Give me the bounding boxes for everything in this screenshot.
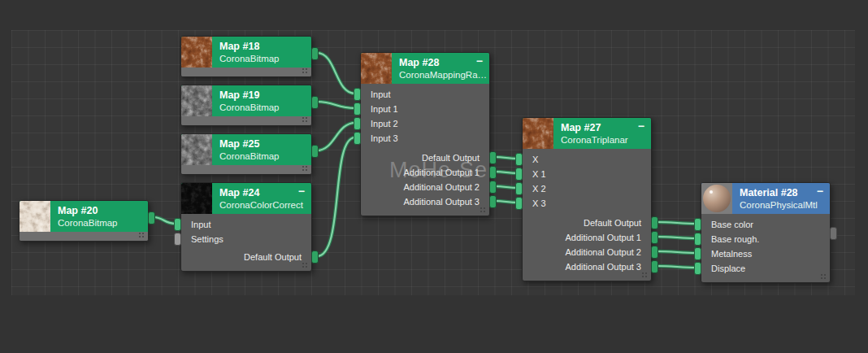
input-port[interactable] xyxy=(515,168,523,181)
output-port[interactable] xyxy=(148,211,155,224)
node-footer xyxy=(181,116,311,125)
input-slot-label: Input xyxy=(181,217,311,232)
resize-grip[interactable] xyxy=(480,207,486,213)
input-slot-label: Input 3 xyxy=(361,131,489,146)
input-slot-label: Input 1 xyxy=(361,102,489,116)
node-map18[interactable]: Map #18 CoronaBitmap xyxy=(180,36,312,77)
material-output-port[interactable] xyxy=(830,227,837,240)
collapse-button[interactable]: − xyxy=(476,54,483,68)
input-port[interactable] xyxy=(174,218,181,231)
output-slot-label: Additional Output 1 xyxy=(361,165,489,180)
resize-grip[interactable] xyxy=(642,272,648,278)
node-title: Map #18 xyxy=(219,41,280,53)
output-port[interactable] xyxy=(651,216,658,229)
node-map27[interactable]: Map #27 CoronaTriplanar − X X 1 X 2 X 3 … xyxy=(522,117,652,281)
input-port[interactable] xyxy=(354,117,361,130)
material-sphere-thumbnail xyxy=(701,183,732,214)
output-port[interactable] xyxy=(651,260,658,273)
node-material28[interactable]: Material #28 CoronaPhysicalMtl − Base co… xyxy=(701,182,831,283)
node-title: Material #28 xyxy=(740,187,818,199)
input-slot-label: Base color xyxy=(701,217,830,232)
node-title: Map #27 xyxy=(561,122,628,134)
collapse-button[interactable]: − xyxy=(638,120,644,133)
output-port[interactable] xyxy=(489,151,497,164)
resize-grip[interactable] xyxy=(139,233,145,238)
input-port[interactable] xyxy=(515,153,523,166)
texture-thumbnail xyxy=(181,183,212,214)
input-port-unconnected[interactable] xyxy=(174,233,181,246)
output-slot-label: Default Output xyxy=(361,150,489,165)
node-header[interactable]: Map #18 CoronaBitmap xyxy=(181,37,311,68)
output-slot-label: Default Output xyxy=(523,216,651,230)
node-header[interactable]: Material #28 CoronaPhysicalMtl − xyxy=(701,183,830,214)
texture-thumbnail xyxy=(181,85,212,116)
node-subtitle: CoronaColorCorrect xyxy=(219,199,303,211)
node-header[interactable]: Map #24 CoronaColorCorrect − xyxy=(181,183,311,214)
node-header[interactable]: Map #28 CoronaMappingRa… − xyxy=(361,53,489,84)
output-port[interactable] xyxy=(311,96,319,109)
output-slot-label: Additional Output 3 xyxy=(361,194,489,209)
output-port[interactable] xyxy=(651,246,658,259)
output-port[interactable] xyxy=(651,231,658,244)
output-slot-label: Default Output xyxy=(181,250,311,264)
node-header[interactable]: Map #20 CoronaBitmap xyxy=(20,201,148,232)
output-slot-label: Additional Output 2 xyxy=(361,180,489,194)
node-title: Map #20 xyxy=(58,205,118,217)
resize-grip[interactable] xyxy=(302,166,308,172)
node-graph-canvas[interactable]: Map #18 CoronaBitmap Map #19 CoronaBitma… xyxy=(0,0,868,353)
resize-grip[interactable] xyxy=(302,263,308,268)
node-footer xyxy=(20,232,148,241)
node-map20[interactable]: Map #20 CoronaBitmap xyxy=(19,200,149,242)
input-slot-label: Base rough. xyxy=(701,232,830,246)
input-port[interactable] xyxy=(694,218,701,231)
collapse-button[interactable]: − xyxy=(298,185,305,198)
node-footer xyxy=(181,165,311,174)
node-map19[interactable]: Map #19 CoronaBitmap xyxy=(180,85,312,126)
output-slot-label: Additional Output 3 xyxy=(523,259,651,274)
node-title: Map #25 xyxy=(219,138,280,150)
node-header[interactable]: Map #27 CoronaTriplanar − xyxy=(523,118,651,149)
node-subtitle: CoronaBitmap xyxy=(219,150,280,162)
resize-grip[interactable] xyxy=(821,274,827,280)
node-map28[interactable]: Map #28 CoronaMappingRa… − Input Input 1… xyxy=(360,52,490,216)
texture-thumbnail xyxy=(181,134,212,165)
input-slot-label: X 1 xyxy=(523,167,651,181)
node-subtitle: CoronaBitmap xyxy=(58,217,118,229)
node-subtitle: CoronaPhysicalMtl xyxy=(740,199,818,211)
input-slot-label: X 3 xyxy=(523,196,651,211)
input-slot-label: Input 2 xyxy=(361,116,489,131)
node-map25[interactable]: Map #25 CoronaBitmap xyxy=(180,133,312,175)
texture-thumbnail xyxy=(523,118,553,149)
input-port[interactable] xyxy=(515,182,523,195)
node-header[interactable]: Map #25 CoronaBitmap xyxy=(181,134,311,165)
input-port[interactable] xyxy=(694,233,701,246)
output-port[interactable] xyxy=(489,181,497,194)
input-port[interactable] xyxy=(694,247,701,260)
output-slot-label: Additional Output 1 xyxy=(523,230,651,245)
output-port[interactable] xyxy=(311,47,319,60)
input-port[interactable] xyxy=(354,132,361,145)
node-subtitle: CoronaBitmap xyxy=(219,53,280,64)
resize-grip[interactable] xyxy=(302,117,308,123)
node-title: Map #19 xyxy=(219,89,280,102)
output-port[interactable] xyxy=(311,145,319,158)
collapse-button[interactable]: − xyxy=(817,185,823,198)
input-slot-label: Settings xyxy=(181,232,311,246)
node-header[interactable]: Map #19 CoronaBitmap xyxy=(181,85,311,116)
texture-thumbnail xyxy=(361,53,392,84)
resize-grip[interactable] xyxy=(302,68,308,74)
node-footer xyxy=(181,68,311,76)
output-port[interactable] xyxy=(489,166,497,179)
input-port[interactable] xyxy=(694,262,701,275)
output-port[interactable] xyxy=(311,251,319,264)
input-port[interactable] xyxy=(515,197,523,210)
input-slot-label: X xyxy=(523,152,651,167)
node-subtitle: CoronaMappingRa… xyxy=(399,69,487,81)
input-port[interactable] xyxy=(354,88,361,101)
input-slot-label: X 2 xyxy=(523,181,651,196)
texture-thumbnail xyxy=(20,201,50,232)
input-port[interactable] xyxy=(354,102,361,115)
input-slot-label: Metalness xyxy=(701,246,830,261)
node-map24[interactable]: Map #24 CoronaColorCorrect − Input Setti… xyxy=(180,182,312,272)
output-port[interactable] xyxy=(489,195,497,208)
